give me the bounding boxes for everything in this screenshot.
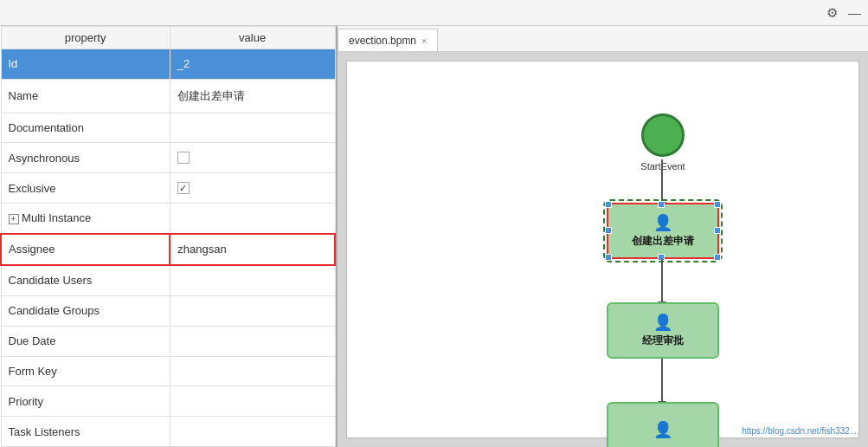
task-create-trip[interactable]: 👤 创建出差申请 [607,203,719,259]
table-row: Priority [1,386,335,417]
bpmn-tab[interactable]: evection.bpmn × [338,29,438,51]
resize-handle-tl[interactable] [605,201,612,208]
sequence-flow-2 [661,259,663,302]
task-3-person-icon: 👤 [653,420,672,439]
exclusive-checkbox[interactable]: ✓ [177,182,190,194]
prop-label-candidate-users: Candidate Users [1,265,170,295]
col-value-header: value [170,27,335,49]
table-row: Asynchronous [1,143,335,173]
prop-label-multi-instance: + Multi Instance [1,203,170,233]
main-area: property value Id _2 Name 创建出差申请 Documen… [0,26,868,447]
tab-bar: evection.bpmn × [338,26,868,52]
prop-value-candidate-groups[interactable] [170,295,335,326]
prop-value-due-date[interactable] [170,326,335,356]
table-row: Form Key [1,356,335,386]
prop-value-candidate-users[interactable] [170,265,335,295]
resize-handle-tm[interactable] [658,201,665,208]
prop-value-id[interactable]: _2 [170,49,335,80]
minimize-icon[interactable]: — [848,5,861,20]
task-3[interactable]: 👤 [607,402,719,447]
table-row: Exclusive ✓ [1,173,335,204]
prop-value-asynchronous[interactable] [170,143,335,173]
watermark: https://blog.csdn.net/fish332... [742,426,857,436]
start-event-label: StartEvent [628,161,698,172]
diagram-area[interactable]: StartEvent 👤 创建出差申请 [338,52,868,447]
task-person-icon: 👤 [653,213,672,232]
task-manager-approve[interactable]: 👤 经理审批 [607,302,719,359]
prop-label-exclusive: Exclusive [1,173,170,204]
prop-value-documentation[interactable] [170,113,335,143]
table-row: Documentation [1,113,335,143]
resize-handle-ml[interactable] [605,227,612,234]
properties-table: property value Id _2 Name 创建出差申请 Documen… [0,26,336,447]
task-2-label: 经理审批 [642,334,684,348]
start-event[interactable] [641,113,685,157]
prop-value-form-key[interactable] [170,356,335,386]
prop-value-assignee[interactable]: zhangsan [170,234,335,265]
right-panel: evection.bpmn × StartEvent [338,26,868,447]
resize-handle-mr[interactable] [714,227,721,234]
prop-value-task-listeners[interactable] [170,417,335,447]
prop-label-asynchronous: Asynchronous [1,143,170,173]
prop-label-assignee: Assignee [1,234,170,265]
table-row: Name 创建出差申请 [1,79,335,113]
task-1-label: 创建出差申请 [632,234,694,249]
prop-value-multi-instance [170,203,335,233]
table-row: Id _2 [1,49,335,80]
prop-value-priority[interactable] [170,386,335,417]
prop-value-name[interactable]: 创建出差申请 [170,79,335,113]
gear-icon[interactable]: ⚙ [826,5,838,21]
prop-label-documentation: Documentation [1,113,170,143]
tab-close-button[interactable]: × [421,36,427,46]
resize-handle-br[interactable] [714,254,721,261]
sequence-flow-3 [661,359,663,402]
sequence-flow-1 [661,159,663,203]
table-row: Assignee zhangsan [1,234,335,265]
prop-label-priority: Priority [1,386,170,417]
asynchronous-checkbox[interactable] [177,152,190,164]
prop-label-due-date: Due Date [1,326,170,356]
prop-label-name: Name [1,79,170,113]
resize-handle-bl[interactable] [605,254,612,261]
prop-label-candidate-groups: Candidate Groups [1,295,170,326]
prop-label-task-listeners: Task Listeners [1,417,170,447]
table-header-row: property value [1,27,335,49]
prop-label-id: Id [1,49,170,80]
table-row: Candidate Groups [1,295,335,326]
diagram-canvas: StartEvent 👤 创建出差申请 [346,61,859,438]
resize-handle-tr[interactable] [714,201,721,208]
prop-label-form-key: Form Key [1,356,170,386]
table-row: + Multi Instance [1,203,335,233]
table-row: Candidate Users [1,265,335,295]
expand-icon[interactable]: + [9,214,19,224]
table-row: Due Date [1,326,335,356]
tab-label: evection.bpmn [349,35,416,47]
top-bar: ⚙ — [0,0,868,26]
task-2-person-icon: 👤 [653,313,672,332]
col-property-header: property [1,27,170,49]
left-panel: property value Id _2 Name 创建出差申请 Documen… [0,26,338,447]
prop-value-exclusive[interactable]: ✓ [170,173,335,204]
table-row: Task Listeners [1,417,335,447]
